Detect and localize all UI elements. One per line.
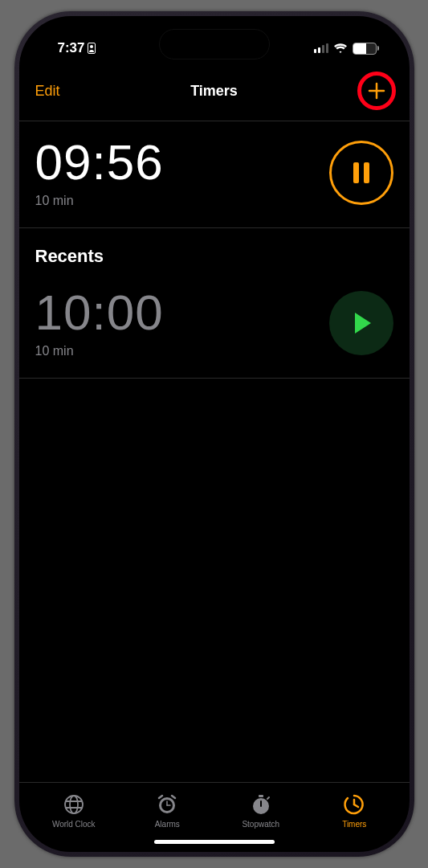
dynamic-island — [159, 29, 270, 59]
orientation-lock-icon — [88, 43, 96, 54]
recent-timer-time: 10:00 — [35, 288, 164, 338]
content-area: 09:56 10 min Recents 10:00 10 min — [19, 121, 410, 782]
tab-alarms-label: Alarms — [155, 820, 180, 829]
home-indicator[interactable] — [154, 840, 275, 844]
globe-icon — [62, 792, 86, 817]
tab-timers-label: Timers — [342, 820, 366, 829]
svg-rect-14 — [259, 795, 263, 797]
tab-timers[interactable]: Timers — [308, 792, 402, 829]
tab-alarms[interactable]: Alarms — [120, 792, 214, 829]
recent-timer-row[interactable]: 10:00 10 min — [19, 272, 410, 379]
active-timer-info: 09:56 10 min — [35, 137, 164, 208]
nav-bar: Edit Timers — [19, 64, 410, 121]
svg-line-15 — [267, 797, 269, 799]
active-timer-row[interactable]: 09:56 10 min — [19, 121, 410, 228]
recent-timer-info: 10:00 10 min — [35, 288, 164, 358]
wifi-icon — [333, 43, 348, 54]
status-right: 58 — [314, 43, 379, 55]
screen: 7:37 58 — [19, 16, 410, 852]
svg-line-10 — [159, 796, 162, 798]
battery-percent: 58 — [353, 44, 376, 53]
edit-button[interactable]: Edit — [35, 83, 60, 100]
add-timer-button[interactable] — [360, 74, 393, 108]
active-timer-time: 09:56 — [35, 137, 164, 187]
recents-header: Recents — [19, 228, 410, 272]
svg-point-3 — [70, 796, 78, 813]
alarm-icon — [155, 792, 179, 817]
svg-line-11 — [172, 796, 175, 798]
svg-point-2 — [65, 796, 83, 813]
tab-world-clock-label: World Clock — [52, 820, 96, 829]
play-icon — [355, 313, 371, 334]
annotation-highlight — [357, 72, 396, 110]
device-frame: 7:37 58 — [14, 11, 414, 857]
svg-line-17 — [354, 805, 358, 807]
tab-world-clock[interactable]: World Clock — [27, 792, 121, 829]
tab-stopwatch[interactable]: Stopwatch — [214, 792, 308, 829]
timer-icon — [342, 792, 366, 817]
time-text: 7:37 — [58, 40, 85, 56]
play-button[interactable] — [329, 291, 393, 355]
page-title: Timers — [190, 83, 238, 100]
battery-indicator: 58 — [353, 43, 379, 55]
status-time: 7:37 — [58, 40, 96, 56]
recent-timer-label: 10 min — [35, 344, 164, 358]
cellular-signal-icon — [314, 43, 328, 53]
pause-icon — [353, 162, 369, 183]
tab-bar: World Clock Alarms — [19, 782, 410, 832]
stopwatch-icon — [249, 792, 273, 817]
active-timer-label: 10 min — [35, 194, 164, 208]
pause-button[interactable] — [329, 141, 393, 205]
tab-stopwatch-label: Stopwatch — [242, 820, 279, 829]
